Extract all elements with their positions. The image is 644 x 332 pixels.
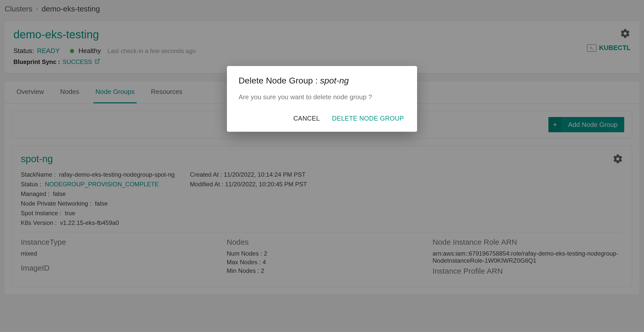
modal-title-prefix: Delete Node Group : xyxy=(239,76,318,85)
cancel-button[interactable]: CANCEL xyxy=(292,112,321,125)
modal-node-group-name-text: spot-ng xyxy=(320,76,349,85)
delete-node-group-button[interactable]: DELETE NODE GROUP xyxy=(330,112,405,125)
modal-title: Delete Node Group : spot-ng xyxy=(239,76,405,86)
modal-body: Are you sure you want to delete node gro… xyxy=(239,93,405,101)
modal-overlay[interactable]: Delete Node Group : spot-ng Are you sure… xyxy=(0,0,644,332)
delete-node-group-modal: Delete Node Group : spot-ng Are you sure… xyxy=(227,66,417,132)
modal-actions: CANCEL DELETE NODE GROUP xyxy=(239,112,405,125)
